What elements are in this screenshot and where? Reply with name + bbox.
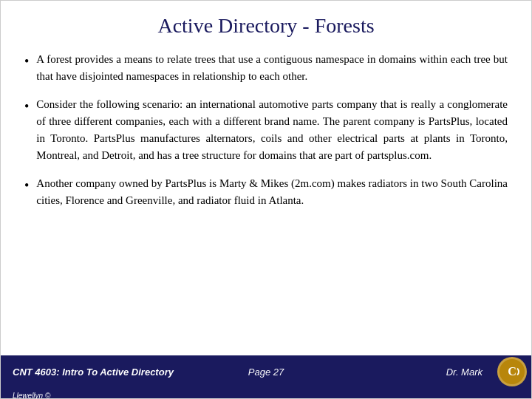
slide-footer: CNT 4603: Intro To Active Directory Page…: [1, 355, 531, 388]
slide-content: Active Directory - Forests • A forest pr…: [1, 1, 531, 355]
footer-course-label: CNT 4603: Intro To Active Directory: [13, 366, 446, 378]
sub-footer: Llewellyn ©: [1, 388, 531, 398]
bullet-text-1: A forest provides a means to relate tree…: [36, 51, 508, 86]
list-item: • Another company owned by PartsPlus is …: [24, 175, 508, 210]
list-item: • Consider the following scenario: an in…: [24, 96, 508, 165]
slide-title: Active Directory - Forests: [24, 14, 508, 38]
footer-page-label: Page 27: [248, 366, 284, 378]
bullet-icon: •: [24, 176, 29, 197]
bullet-icon: •: [24, 97, 29, 117]
slide: Active Directory - Forests • A forest pr…: [0, 0, 532, 399]
sub-footer-text: Llewellyn ©: [13, 392, 50, 399]
svg-text:C: C: [508, 365, 516, 378]
bullet-list: • A forest provides a means to relate tr…: [24, 51, 508, 209]
bullet-text-3: Another company owned by PartsPlus is Ma…: [36, 175, 508, 210]
bullet-icon: •: [24, 52, 29, 72]
footer-logo: C: [497, 357, 527, 386]
list-item: • A forest provides a means to relate tr…: [24, 51, 508, 86]
bullet-text-2: Consider the following scenario: an inte…: [36, 96, 508, 165]
footer-author-label: Dr. Mark: [446, 366, 482, 378]
